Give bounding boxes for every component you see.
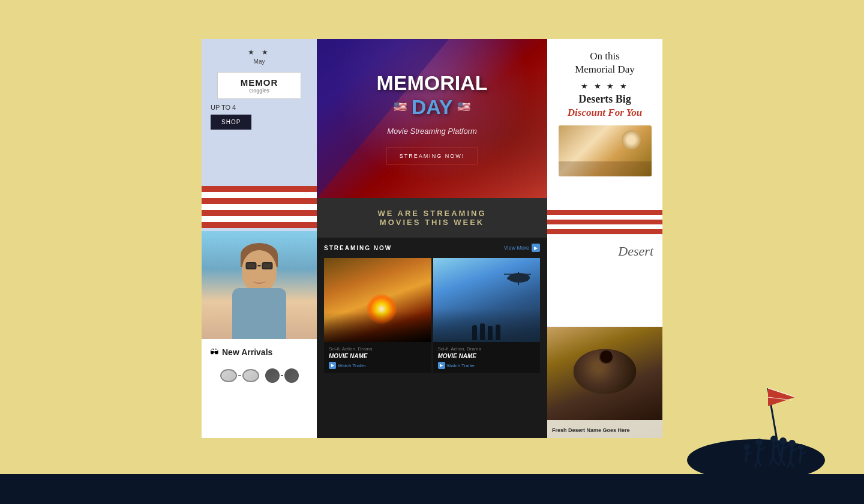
svg-rect-10 bbox=[518, 272, 519, 277]
helicopter-silhouette bbox=[501, 267, 534, 285]
hero-flag-day-row: 🇺🇸 DAY 🇺🇸 bbox=[394, 95, 471, 119]
left-arrivals-section: 🕶 New Arrivals bbox=[202, 339, 317, 438]
plate-background: Fresh Desert Name Goes Here bbox=[547, 327, 662, 438]
movie-1-soldiers bbox=[324, 312, 431, 342]
movie-1-thumb bbox=[324, 258, 431, 342]
iwo-jima-silhouette bbox=[687, 364, 825, 475]
right-flag-emoji: 🇺🇸 bbox=[457, 100, 470, 113]
watch-trailer-2[interactable]: ▶ Watch Trailer bbox=[438, 362, 536, 369]
movie-grid: Sci-fi, Action, Drama MOVIE NAME ▶ Watch… bbox=[324, 258, 540, 373]
streaming-label: STREAMING NOW bbox=[324, 245, 392, 251]
streaming-now-button[interactable]: STREAMING NOW! bbox=[386, 148, 479, 164]
left-up-to: UP TO 4 bbox=[211, 104, 236, 111]
left-badge: MEMOR Goggles bbox=[217, 72, 301, 99]
svg-point-40 bbox=[798, 444, 804, 450]
right-discount: Discount For You bbox=[568, 106, 642, 119]
svg-marker-14 bbox=[768, 388, 795, 406]
movie-2-name: MOVIE NAME bbox=[438, 353, 536, 359]
svg-point-27 bbox=[788, 440, 796, 447]
svg-rect-6 bbox=[202, 222, 317, 228]
svg-rect-0 bbox=[202, 186, 317, 192]
movie-2-info: Sci-fi, Action, Drama MOVIE NAME ▶ Watch… bbox=[433, 342, 541, 373]
svg-point-17 bbox=[770, 436, 778, 443]
left-shop-button[interactable]: SHOP bbox=[211, 115, 251, 130]
svg-rect-11 bbox=[518, 282, 519, 285]
sunglasses-display bbox=[210, 364, 308, 387]
person-bg bbox=[202, 231, 317, 339]
movie-2-thumb bbox=[433, 258, 541, 342]
center-column: MEMORIAL 🇺🇸 DAY 🇺🇸 Movie Streaming Platf… bbox=[317, 39, 547, 438]
banner-line1: WE ARE STREAMING bbox=[328, 209, 536, 218]
sunglasses-icon: 🕶 bbox=[210, 347, 218, 357]
movie-card-1: Sci-fi, Action, Drama MOVIE NAME ▶ Watch… bbox=[324, 258, 431, 373]
svg-line-38 bbox=[746, 450, 747, 463]
soldiers-silhouette bbox=[433, 309, 541, 342]
sunglass-dark bbox=[264, 364, 300, 387]
svg-rect-5 bbox=[202, 216, 317, 222]
svg-line-33 bbox=[758, 446, 759, 460]
left-column: ★ ★ May MEMOR Goggles UP TO 4 SHOP bbox=[202, 39, 317, 438]
svg-rect-4 bbox=[202, 210, 317, 216]
svg-point-22 bbox=[779, 437, 787, 445]
view-more-link[interactable]: View More ▶ bbox=[504, 244, 540, 252]
left-person-section bbox=[202, 231, 317, 339]
right-column: On this Memorial Day ★ ★ ★ ★ Deserts Big… bbox=[547, 39, 662, 438]
movie-1-name: MOVIE NAME bbox=[329, 353, 427, 359]
svg-line-18 bbox=[773, 443, 774, 457]
person-glasses bbox=[246, 262, 273, 269]
hero-subtitle: Movie Streaming Platform bbox=[387, 126, 477, 137]
svg-point-32 bbox=[755, 439, 763, 446]
right-desert-label: Desert bbox=[547, 234, 662, 327]
right-dessert-plate: Fresh Desert Name Goes Here bbox=[547, 327, 662, 438]
left-date: May bbox=[254, 58, 265, 65]
person-body bbox=[232, 288, 286, 339]
svg-rect-2 bbox=[202, 198, 317, 204]
streaming-header: STREAMING NOW View More ▶ bbox=[324, 244, 540, 252]
bottom-bar bbox=[0, 474, 864, 504]
dessert-name-label: Fresh Desert Name Goes Here bbox=[547, 420, 662, 438]
hero-content: MEMORIAL 🇺🇸 DAY 🇺🇸 Movie Streaming Platf… bbox=[317, 39, 547, 198]
person-face bbox=[242, 250, 277, 292]
movie-card-2: Sci-fi, Action, Drama MOVIE NAME ▶ Watch… bbox=[433, 258, 541, 373]
view-more-icon: ▶ bbox=[532, 244, 540, 252]
right-stars: ★ ★ ★ ★ bbox=[581, 82, 629, 91]
dessert-image bbox=[559, 125, 652, 176]
movie-2-genre: Sci-fi, Action, Drama bbox=[438, 346, 536, 352]
left-badge-title: MEMOR bbox=[224, 77, 295, 88]
svg-rect-1 bbox=[202, 192, 317, 198]
left-stars: ★ ★ bbox=[248, 48, 270, 56]
desert-text: Desert bbox=[618, 244, 653, 259]
banner-line2: MOVIES THIS WEEK bbox=[328, 218, 536, 227]
right-on-this: On this bbox=[590, 50, 620, 63]
watch-trailer-1[interactable]: ▶ Watch Trailer bbox=[329, 362, 427, 369]
movie-1-info: Sci-fi, Action, Drama MOVIE NAME ▶ Watch… bbox=[324, 342, 431, 373]
right-discount-banner: On this Memorial Day ★ ★ ★ ★ Deserts Big… bbox=[547, 39, 662, 234]
svg-line-41 bbox=[800, 450, 801, 463]
dessert-plate-name: Fresh Desert Name Goes Here bbox=[552, 427, 630, 433]
movie-1-genre: Sci-fi, Action, Drama bbox=[329, 346, 427, 352]
left-shop-banner: ★ ★ May MEMOR Goggles UP TO 4 SHOP bbox=[202, 39, 317, 231]
left-badge-sub: Goggles bbox=[224, 88, 295, 94]
right-deserts-big: Deserts Big bbox=[578, 93, 631, 106]
right-flag-stripes bbox=[547, 210, 662, 234]
left-flag-emoji: 🇺🇸 bbox=[394, 100, 407, 113]
svg-point-37 bbox=[744, 444, 750, 450]
streaming-section: STREAMING NOW View More ▶ bbox=[317, 238, 547, 438]
arrivals-title: New Arrivals bbox=[222, 347, 272, 357]
arrivals-header: 🕶 New Arrivals bbox=[210, 347, 308, 357]
svg-rect-8 bbox=[507, 277, 528, 280]
svg-rect-3 bbox=[202, 204, 317, 210]
hero-section: MEMORIAL 🇺🇸 DAY 🇺🇸 Movie Streaming Platf… bbox=[317, 39, 547, 198]
svg-point-12 bbox=[687, 439, 825, 475]
right-memorial-day: Memorial Day bbox=[575, 63, 635, 76]
person-smile bbox=[253, 278, 266, 284]
left-flag bbox=[202, 186, 317, 231]
main-container: ★ ★ May MEMOR Goggles UP TO 4 SHOP bbox=[202, 39, 662, 438]
hero-day: DAY bbox=[412, 95, 453, 119]
hero-memorial: MEMORIAL bbox=[376, 73, 487, 93]
sunglass-silver bbox=[218, 364, 260, 387]
cookie-top bbox=[599, 349, 614, 364]
center-banner: WE ARE STREAMING MOVIES THIS WEEK bbox=[317, 198, 547, 238]
